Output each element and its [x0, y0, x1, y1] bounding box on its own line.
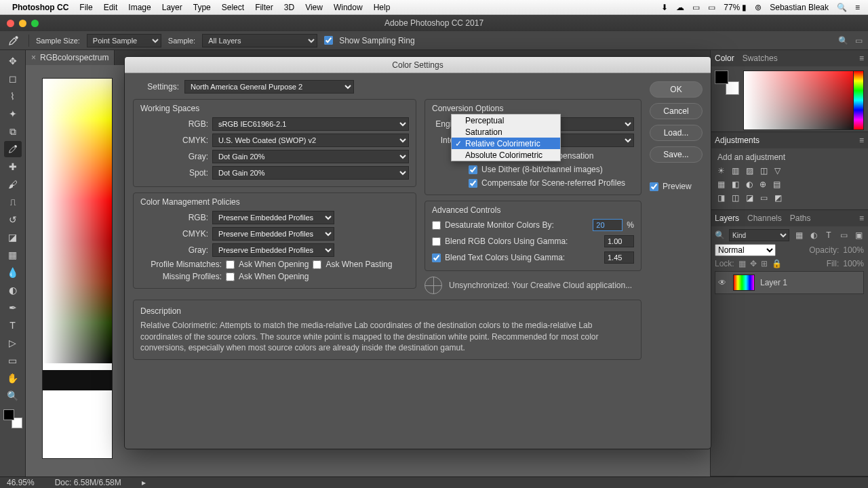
menu-layer[interactable]: Layer — [158, 3, 186, 12]
tab-adjustments[interactable]: Adjustments — [715, 136, 760, 145]
blend-rgb-input[interactable] — [604, 235, 634, 247]
clone-stamp-tool[interactable]: ⎍ — [4, 194, 22, 210]
lock-pixels-icon[interactable]: ▦ — [738, 259, 746, 268]
brush-tool[interactable]: 🖌 — [4, 176, 22, 192]
foreground-background-colors[interactable] — [3, 409, 22, 428]
workspace-icon[interactable]: ▭ — [855, 36, 863, 45]
cancel-button[interactable]: Cancel — [650, 103, 703, 119]
brightness-icon[interactable]: ☀ — [717, 166, 725, 176]
tab-layers[interactable]: Layers — [715, 214, 739, 223]
menu-view[interactable]: View — [301, 3, 327, 12]
gradient-tool[interactable]: ▦ — [4, 247, 22, 263]
menu-icon[interactable]: ≡ — [852, 3, 863, 12]
menu-3d[interactable]: 3D — [280, 3, 298, 12]
curves-icon[interactable]: ▨ — [746, 166, 753, 176]
foreground-color-swatch[interactable] — [3, 409, 14, 420]
ok-button[interactable]: OK — [650, 81, 703, 98]
threshold-icon[interactable]: ◪ — [746, 193, 753, 203]
cloud-icon[interactable]: ☁ — [673, 3, 687, 12]
healing-brush-tool[interactable]: ✚ — [4, 159, 22, 175]
invert-icon[interactable]: ◨ — [717, 193, 725, 203]
bw-icon[interactable]: ◧ — [732, 180, 739, 189]
lock-position-icon[interactable]: ✥ — [750, 259, 757, 268]
blend-text-input[interactable] — [604, 251, 634, 264]
layer-row[interactable]: 👁 Layer 1 — [715, 271, 864, 294]
lock-all-icon[interactable]: 🔒 — [772, 259, 782, 268]
lock-artboard-icon[interactable]: ⊞ — [761, 259, 768, 268]
eyedropper-tool[interactable] — [4, 141, 22, 157]
close-window-button[interactable] — [7, 20, 14, 27]
pol-cmyk-select[interactable]: Preserve Embedded Profiles — [212, 227, 334, 241]
ask-when-opening-checkbox[interactable] — [226, 260, 235, 269]
channel-mixer-icon[interactable]: ⊕ — [760, 180, 766, 189]
menu-select[interactable]: Select — [218, 3, 248, 12]
type-tool[interactable]: T — [4, 317, 22, 333]
desaturate-checkbox[interactable] — [432, 221, 441, 230]
desaturate-input[interactable] — [593, 219, 623, 231]
zoom-level[interactable]: 46.95% — [7, 478, 35, 487]
display1-icon[interactable]: ▭ — [690, 3, 703, 12]
panel-menu-icon[interactable]: ≡ — [859, 136, 864, 145]
blend-text-checkbox[interactable] — [432, 253, 441, 262]
tab-channels[interactable]: Channels — [747, 214, 782, 223]
intent-option-perceptual[interactable]: Perceptual — [452, 115, 560, 126]
marquee-tool[interactable]: ◻ — [4, 70, 22, 87]
battery-status[interactable]: 77% ▮ — [721, 3, 749, 12]
menu-window[interactable]: Window — [330, 3, 367, 12]
ws-cmyk-select[interactable]: U.S. Web Coated (SWOP) v2 — [212, 134, 409, 147]
user-name[interactable]: Sebastian Bleak — [767, 3, 831, 12]
ws-rgb-select[interactable]: sRGB IEC61966-2.1 — [212, 117, 409, 131]
ask-when-pasting-checkbox[interactable] — [313, 260, 321, 269]
menu-filter[interactable]: Filter — [251, 3, 277, 12]
load-button[interactable]: Load... — [650, 125, 703, 141]
intent-option-saturation[interactable]: Saturation — [452, 126, 560, 138]
pol-gray-select[interactable]: Preserve Embedded Profiles — [212, 243, 334, 257]
tab-swatches[interactable]: Swatches — [743, 54, 778, 63]
save-button[interactable]: Save... — [650, 146, 703, 163]
compensate-checkbox[interactable] — [469, 179, 477, 188]
menu-file[interactable]: File — [75, 3, 96, 12]
pol-rgb-select[interactable]: Preserve Embedded Profiles — [212, 211, 334, 224]
color-panel-fgbg[interactable] — [715, 70, 739, 95]
photo-filter-icon[interactable]: ◐ — [746, 180, 753, 189]
search-icon[interactable]: 🔍 — [838, 36, 848, 45]
history-brush-tool[interactable]: ↺ — [4, 211, 22, 228]
filter-pixel-icon[interactable]: ▦ — [793, 230, 804, 241]
exposure-icon[interactable]: ◫ — [760, 166, 768, 176]
sample-layers-select[interactable]: All Layers — [202, 34, 317, 47]
rectangle-tool[interactable]: ▭ — [4, 352, 22, 369]
quick-select-tool[interactable]: ✦ — [4, 106, 22, 122]
menu-edit[interactable]: Edit — [100, 3, 122, 12]
blend-mode-select[interactable]: Normal — [715, 244, 776, 256]
crop-tool[interactable]: ⧉ — [4, 123, 22, 140]
download-icon[interactable]: ⬇ — [658, 3, 671, 12]
hue-icon[interactable]: ▦ — [717, 180, 725, 189]
preview-checkbox[interactable] — [650, 182, 658, 191]
layer-visibility-icon[interactable]: 👁 — [717, 278, 728, 287]
zoom-tool[interactable]: 🔍 — [4, 388, 22, 404]
spotlight-icon[interactable]: 🔍 — [834, 3, 850, 12]
levels-icon[interactable]: ▥ — [732, 166, 739, 176]
close-tab-icon[interactable]: × — [31, 53, 36, 62]
settings-preset-select[interactable]: North America General Purpose 2 — [184, 80, 354, 94]
missing-ask-open-checkbox[interactable] — [226, 272, 235, 281]
document-size[interactable]: Doc: 6.58M/6.58M — [55, 478, 121, 487]
ws-gray-select[interactable]: Dot Gain 20% — [212, 150, 409, 163]
layer-name[interactable]: Layer 1 — [760, 278, 787, 287]
statusbar-disclosure-icon[interactable]: ▸ — [142, 478, 146, 487]
opacity-value[interactable]: 100% — [843, 245, 864, 255]
zoom-window-button[interactable] — [31, 20, 39, 27]
selective-color-icon[interactable]: ◩ — [774, 193, 782, 203]
menu-type[interactable]: Type — [189, 3, 215, 12]
sample-size-select[interactable]: Point Sample — [87, 34, 161, 47]
document-tab[interactable]: × RGBcolorspectrum — [26, 50, 115, 65]
intent-option-absolute[interactable]: Absolute Colorimetric — [452, 149, 560, 161]
wifi-icon[interactable]: ⊚ — [752, 3, 764, 12]
menu-help[interactable]: Help — [370, 3, 395, 12]
layer-thumbnail[interactable] — [733, 274, 755, 291]
filter-smart-icon[interactable]: ▣ — [853, 230, 864, 241]
fill-value[interactable]: 100% — [843, 259, 864, 268]
intent-option-relative[interactable]: Relative Colorimetric — [452, 138, 560, 149]
app-name[interactable]: Photoshop CC — [12, 3, 68, 12]
color-ramp[interactable] — [743, 70, 864, 130]
